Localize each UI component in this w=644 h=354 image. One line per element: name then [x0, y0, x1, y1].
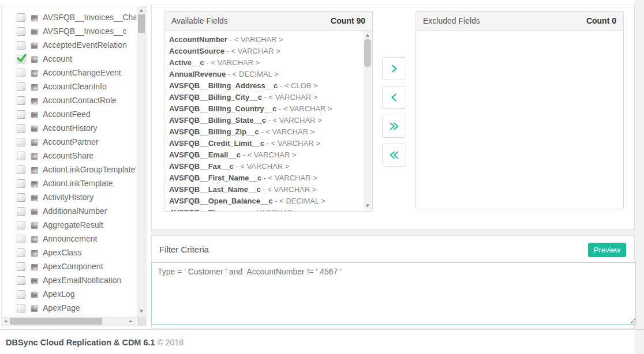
- table-icon: ▦: [31, 13, 38, 21]
- check-icon: [16, 52, 27, 63]
- sidebar-horizontal-scrollbar[interactable]: ◄ ►: [2, 317, 136, 326]
- preview-button[interactable]: Preview: [588, 243, 626, 257]
- field-item[interactable]: AVSFQB__First_Name__c - < VARCHAR >: [169, 172, 357, 184]
- field-item[interactable]: AVSFQB__Billing_Country__c - < VARCHAR >: [169, 103, 357, 115]
- table-icon: ▦: [31, 41, 38, 49]
- available-fields-scroll-thumb[interactable]: [364, 39, 371, 67]
- filter-criteria-title: Filter Criteria: [159, 244, 209, 254]
- move-left-button[interactable]: [382, 86, 406, 109]
- move-right-button[interactable]: [382, 57, 406, 80]
- object-checkbox[interactable]: [17, 304, 25, 312]
- object-label: AccountCleanInfo: [43, 82, 107, 91]
- object-label: ApexEmailNotification: [43, 276, 121, 285]
- field-item[interactable]: AVSFQB__Email__c - < VARCHAR >: [169, 149, 357, 161]
- object-label: AccountContactRole: [43, 96, 117, 105]
- field-item[interactable]: AnnualRevenue - < DECIMAL >: [169, 69, 357, 80]
- object-list-item: ▦ ActionLinkGroupTemplate: [2, 163, 136, 176]
- field-item[interactable]: AVSFQB__Billing_State__c - < VARCHAR >: [169, 115, 357, 126]
- table-icon: ▦: [31, 276, 38, 284]
- sidebar-vscroll-thumb[interactable]: [138, 14, 145, 33]
- field-item[interactable]: AVSFQB__Credit_Limit__c - < VARCHAR >: [169, 138, 357, 149]
- table-icon: ▦: [31, 124, 38, 132]
- scroll-up-icon[interactable]: ▲: [137, 9, 146, 13]
- object-checkbox[interactable]: [17, 27, 25, 36]
- object-label: AccountShare: [43, 151, 93, 160]
- scroll-up-icon[interactable]: ▲: [364, 33, 372, 37]
- object-checkbox[interactable]: [17, 13, 25, 22]
- object-list-item: ▦ AggregateResult: [2, 218, 136, 232]
- sidebar-vertical-scrollbar[interactable]: ▲ ▼: [137, 6, 146, 316]
- object-checkbox[interactable]: [17, 179, 25, 188]
- table-icon: ▦: [31, 207, 38, 215]
- field-item[interactable]: AVSFQB__Open_Balance__c - < DECIMAL >: [169, 195, 357, 207]
- field-item[interactable]: AccountNumber - < VARCHAR >: [169, 34, 357, 46]
- available-fields-scrollbar[interactable]: ▲ ▼: [364, 31, 372, 210]
- available-fields-box: Available Fields Count 90 AccountNumber …: [164, 11, 373, 212]
- object-label: ApexComponent: [43, 262, 103, 271]
- field-item[interactable]: Active__c - < VARCHAR >: [169, 57, 357, 69]
- object-checkbox[interactable]: [17, 207, 25, 216]
- table-icon: ▦: [31, 69, 38, 77]
- object-checkbox[interactable]: [17, 235, 25, 243]
- object-list-item: ▦ AccountCleanInfo: [2, 80, 136, 93]
- excluded-fields-list: [416, 31, 623, 34]
- field-item[interactable]: AVSFQB__Billing_Address__c - < CLOB >: [169, 80, 357, 92]
- table-icon: ▦: [31, 82, 38, 91]
- object-checkbox[interactable]: [17, 41, 25, 50]
- copyright: © 2018: [158, 338, 184, 347]
- move-all-left-button[interactable]: [382, 144, 406, 167]
- object-checkbox[interactable]: [17, 290, 25, 299]
- object-list-item: ▦ AVSFQB__Invoices__Chang: [2, 10, 136, 24]
- field-item[interactable]: AVSFQB__Billing_City__c - < VARCHAR >: [169, 92, 357, 103]
- table-icon: ▦: [31, 179, 38, 187]
- panel-gap: [151, 230, 644, 235]
- object-checkbox[interactable]: [17, 165, 25, 174]
- available-fields-list: AccountNumber - < VARCHAR > AccountSourc…: [164, 31, 372, 211]
- table-icon: ▦: [31, 110, 38, 118]
- object-list-item: ▦ AccountFeed: [2, 107, 136, 121]
- object-checkbox[interactable]: [17, 221, 25, 229]
- object-checkbox[interactable]: [17, 55, 25, 63]
- object-checkbox[interactable]: [17, 82, 25, 91]
- filter-criteria-input[interactable]: Type = ' Customer ' and AccountNumber !=…: [151, 262, 636, 325]
- table-icon: ▦: [31, 165, 38, 174]
- object-list-item: ▦ ApexClass: [2, 246, 136, 259]
- scroll-left-icon[interactable]: ◄: [4, 319, 7, 323]
- object-checkbox[interactable]: [17, 262, 25, 271]
- object-checkbox[interactable]: [17, 69, 25, 77]
- object-list-item: ▦ Announcement: [2, 232, 136, 246]
- object-list-item: ▦ AccountChangeEvent: [2, 66, 136, 80]
- page-right-gutter: [635, 0, 644, 354]
- table-icon: ▦: [31, 290, 38, 298]
- object-label: AdditionalNumber: [43, 206, 107, 216]
- object-label: AccountFeed: [43, 110, 91, 119]
- scroll-down-icon[interactable]: ▼: [364, 204, 372, 208]
- object-list-item: ▦ AccountPartner: [2, 135, 136, 149]
- object-label: AcceptedEventRelation: [43, 40, 127, 50]
- object-checkbox[interactable]: [17, 276, 25, 285]
- object-checkbox[interactable]: [17, 193, 25, 202]
- scroll-down-icon[interactable]: ▼: [137, 310, 146, 314]
- object-label: AggregateResult: [43, 220, 103, 229]
- object-label: AVSFQB__Invoices__c: [43, 27, 126, 36]
- move-right-icon: [389, 63, 399, 74]
- object-checkbox[interactable]: [17, 110, 25, 119]
- object-checkbox[interactable]: [17, 152, 25, 160]
- sidebar-hscroll-thumb[interactable]: [10, 318, 102, 325]
- object-label: Announcement: [43, 234, 97, 243]
- field-item[interactable]: AccountSource - < VARCHAR >: [169, 46, 357, 57]
- table-icon: ▦: [31, 152, 38, 160]
- object-checkbox[interactable]: [17, 96, 25, 105]
- table-icon: ▦: [31, 138, 38, 146]
- object-list-item: ▦ ActivityHistory: [2, 190, 136, 204]
- field-item[interactable]: AVSFQB__Fax__c - < VARCHAR >: [169, 161, 357, 172]
- field-item[interactable]: AVSFQB__Phone__c - < VARCHAR >: [169, 207, 357, 211]
- field-item[interactable]: AVSFQB__Billing_Zip__c - < VARCHAR >: [169, 126, 357, 138]
- field-item[interactable]: AVSFQB__Last_Name__c - < VARCHAR >: [169, 184, 357, 195]
- object-checkbox[interactable]: [17, 248, 25, 257]
- move-all-right-button[interactable]: [382, 115, 406, 138]
- scroll-right-icon[interactable]: ►: [130, 319, 133, 323]
- object-checkbox[interactable]: [17, 124, 25, 133]
- object-checkbox[interactable]: [17, 138, 25, 146]
- object-label: AVSFQB__Invoices__Chang: [43, 13, 136, 22]
